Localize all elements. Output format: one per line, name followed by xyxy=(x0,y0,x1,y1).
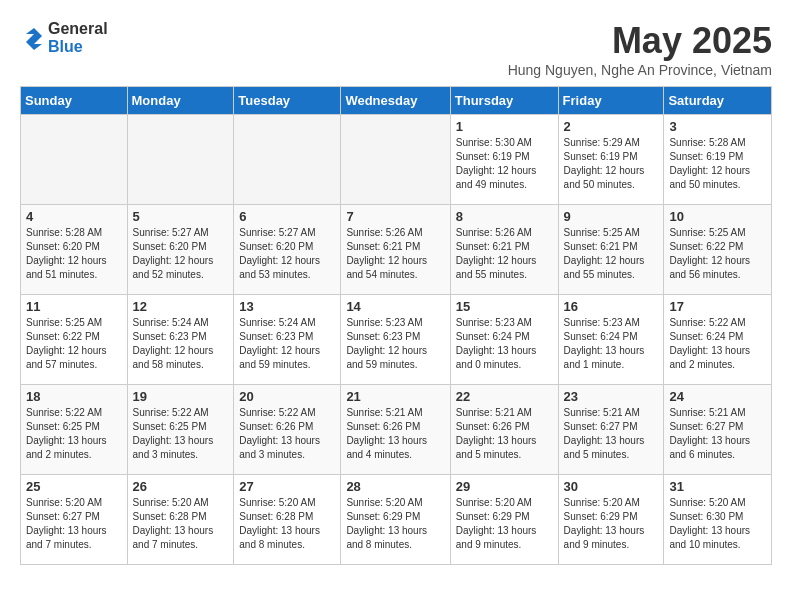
day-cell: 27Sunrise: 5:20 AMSunset: 6:28 PMDayligh… xyxy=(234,475,341,565)
day-details: Sunrise: 5:24 AMSunset: 6:23 PMDaylight:… xyxy=(133,316,229,372)
day-cell: 29Sunrise: 5:20 AMSunset: 6:29 PMDayligh… xyxy=(450,475,558,565)
day-cell xyxy=(341,115,450,205)
day-cell: 20Sunrise: 5:22 AMSunset: 6:26 PMDayligh… xyxy=(234,385,341,475)
day-cell: 26Sunrise: 5:20 AMSunset: 6:28 PMDayligh… xyxy=(127,475,234,565)
day-number: 18 xyxy=(26,389,122,404)
day-cell: 31Sunrise: 5:20 AMSunset: 6:30 PMDayligh… xyxy=(664,475,772,565)
day-details: Sunrise: 5:23 AMSunset: 6:24 PMDaylight:… xyxy=(456,316,553,372)
month-title: May 2025 xyxy=(508,20,772,62)
day-number: 2 xyxy=(564,119,659,134)
svg-marker-0 xyxy=(26,28,42,50)
day-number: 6 xyxy=(239,209,335,224)
day-cell: 13Sunrise: 5:24 AMSunset: 6:23 PMDayligh… xyxy=(234,295,341,385)
day-details: Sunrise: 5:21 AMSunset: 6:27 PMDaylight:… xyxy=(564,406,659,462)
day-number: 24 xyxy=(669,389,766,404)
logo-icon xyxy=(20,26,44,50)
day-number: 17 xyxy=(669,299,766,314)
day-details: Sunrise: 5:21 AMSunset: 6:26 PMDaylight:… xyxy=(456,406,553,462)
day-number: 4 xyxy=(26,209,122,224)
week-row-3: 11Sunrise: 5:25 AMSunset: 6:22 PMDayligh… xyxy=(21,295,772,385)
day-details: Sunrise: 5:20 AMSunset: 6:27 PMDaylight:… xyxy=(26,496,122,552)
day-cell: 15Sunrise: 5:23 AMSunset: 6:24 PMDayligh… xyxy=(450,295,558,385)
day-details: Sunrise: 5:22 AMSunset: 6:25 PMDaylight:… xyxy=(26,406,122,462)
day-details: Sunrise: 5:20 AMSunset: 6:29 PMDaylight:… xyxy=(346,496,444,552)
day-number: 20 xyxy=(239,389,335,404)
day-details: Sunrise: 5:26 AMSunset: 6:21 PMDaylight:… xyxy=(346,226,444,282)
day-number: 1 xyxy=(456,119,553,134)
day-number: 22 xyxy=(456,389,553,404)
day-details: Sunrise: 5:26 AMSunset: 6:21 PMDaylight:… xyxy=(456,226,553,282)
week-row-2: 4Sunrise: 5:28 AMSunset: 6:20 PMDaylight… xyxy=(21,205,772,295)
day-number: 27 xyxy=(239,479,335,494)
day-number: 13 xyxy=(239,299,335,314)
column-header-sunday: Sunday xyxy=(21,87,128,115)
column-header-friday: Friday xyxy=(558,87,664,115)
day-cell: 10Sunrise: 5:25 AMSunset: 6:22 PMDayligh… xyxy=(664,205,772,295)
day-number: 23 xyxy=(564,389,659,404)
day-cell: 9Sunrise: 5:25 AMSunset: 6:21 PMDaylight… xyxy=(558,205,664,295)
day-details: Sunrise: 5:22 AMSunset: 6:24 PMDaylight:… xyxy=(669,316,766,372)
day-cell: 23Sunrise: 5:21 AMSunset: 6:27 PMDayligh… xyxy=(558,385,664,475)
day-cell: 11Sunrise: 5:25 AMSunset: 6:22 PMDayligh… xyxy=(21,295,128,385)
day-details: Sunrise: 5:20 AMSunset: 6:29 PMDaylight:… xyxy=(564,496,659,552)
day-number: 15 xyxy=(456,299,553,314)
day-details: Sunrise: 5:20 AMSunset: 6:28 PMDaylight:… xyxy=(239,496,335,552)
day-cell: 30Sunrise: 5:20 AMSunset: 6:29 PMDayligh… xyxy=(558,475,664,565)
day-details: Sunrise: 5:28 AMSunset: 6:19 PMDaylight:… xyxy=(669,136,766,192)
day-cell: 21Sunrise: 5:21 AMSunset: 6:26 PMDayligh… xyxy=(341,385,450,475)
day-details: Sunrise: 5:20 AMSunset: 6:30 PMDaylight:… xyxy=(669,496,766,552)
day-cell: 12Sunrise: 5:24 AMSunset: 6:23 PMDayligh… xyxy=(127,295,234,385)
location: Hung Nguyen, Nghe An Province, Vietnam xyxy=(508,62,772,78)
day-number: 16 xyxy=(564,299,659,314)
day-cell xyxy=(127,115,234,205)
day-cell: 2Sunrise: 5:29 AMSunset: 6:19 PMDaylight… xyxy=(558,115,664,205)
day-cell: 7Sunrise: 5:26 AMSunset: 6:21 PMDaylight… xyxy=(341,205,450,295)
day-cell xyxy=(234,115,341,205)
day-number: 8 xyxy=(456,209,553,224)
day-details: Sunrise: 5:27 AMSunset: 6:20 PMDaylight:… xyxy=(133,226,229,282)
day-details: Sunrise: 5:27 AMSunset: 6:20 PMDaylight:… xyxy=(239,226,335,282)
day-number: 3 xyxy=(669,119,766,134)
day-number: 26 xyxy=(133,479,229,494)
day-number: 29 xyxy=(456,479,553,494)
day-number: 11 xyxy=(26,299,122,314)
header-row: SundayMondayTuesdayWednesdayThursdayFrid… xyxy=(21,87,772,115)
day-details: Sunrise: 5:21 AMSunset: 6:27 PMDaylight:… xyxy=(669,406,766,462)
day-details: Sunrise: 5:24 AMSunset: 6:23 PMDaylight:… xyxy=(239,316,335,372)
column-header-saturday: Saturday xyxy=(664,87,772,115)
page-header: General Blue May 2025 Hung Nguyen, Nghe … xyxy=(20,20,772,78)
day-cell: 6Sunrise: 5:27 AMSunset: 6:20 PMDaylight… xyxy=(234,205,341,295)
calendar-table: SundayMondayTuesdayWednesdayThursdayFrid… xyxy=(20,86,772,565)
day-cell: 3Sunrise: 5:28 AMSunset: 6:19 PMDaylight… xyxy=(664,115,772,205)
day-details: Sunrise: 5:29 AMSunset: 6:19 PMDaylight:… xyxy=(564,136,659,192)
day-number: 5 xyxy=(133,209,229,224)
day-details: Sunrise: 5:23 AMSunset: 6:23 PMDaylight:… xyxy=(346,316,444,372)
day-details: Sunrise: 5:21 AMSunset: 6:26 PMDaylight:… xyxy=(346,406,444,462)
logo-blue: Blue xyxy=(48,38,108,56)
logo-general: General xyxy=(48,20,108,38)
day-details: Sunrise: 5:28 AMSunset: 6:20 PMDaylight:… xyxy=(26,226,122,282)
day-details: Sunrise: 5:25 AMSunset: 6:22 PMDaylight:… xyxy=(26,316,122,372)
day-details: Sunrise: 5:22 AMSunset: 6:25 PMDaylight:… xyxy=(133,406,229,462)
week-row-4: 18Sunrise: 5:22 AMSunset: 6:25 PMDayligh… xyxy=(21,385,772,475)
day-cell: 19Sunrise: 5:22 AMSunset: 6:25 PMDayligh… xyxy=(127,385,234,475)
day-cell: 1Sunrise: 5:30 AMSunset: 6:19 PMDaylight… xyxy=(450,115,558,205)
day-cell: 8Sunrise: 5:26 AMSunset: 6:21 PMDaylight… xyxy=(450,205,558,295)
day-cell: 28Sunrise: 5:20 AMSunset: 6:29 PMDayligh… xyxy=(341,475,450,565)
column-header-wednesday: Wednesday xyxy=(341,87,450,115)
day-details: Sunrise: 5:20 AMSunset: 6:29 PMDaylight:… xyxy=(456,496,553,552)
day-cell: 16Sunrise: 5:23 AMSunset: 6:24 PMDayligh… xyxy=(558,295,664,385)
day-cell: 22Sunrise: 5:21 AMSunset: 6:26 PMDayligh… xyxy=(450,385,558,475)
day-number: 31 xyxy=(669,479,766,494)
day-number: 12 xyxy=(133,299,229,314)
day-number: 25 xyxy=(26,479,122,494)
day-details: Sunrise: 5:20 AMSunset: 6:28 PMDaylight:… xyxy=(133,496,229,552)
day-details: Sunrise: 5:25 AMSunset: 6:22 PMDaylight:… xyxy=(669,226,766,282)
day-cell: 18Sunrise: 5:22 AMSunset: 6:25 PMDayligh… xyxy=(21,385,128,475)
day-number: 28 xyxy=(346,479,444,494)
day-number: 9 xyxy=(564,209,659,224)
day-cell: 24Sunrise: 5:21 AMSunset: 6:27 PMDayligh… xyxy=(664,385,772,475)
day-number: 21 xyxy=(346,389,444,404)
logo: General Blue xyxy=(20,20,108,55)
week-row-5: 25Sunrise: 5:20 AMSunset: 6:27 PMDayligh… xyxy=(21,475,772,565)
